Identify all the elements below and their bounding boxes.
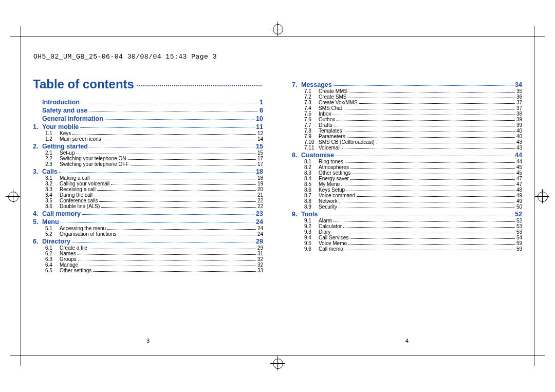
register-mark-bottom [270, 356, 285, 370]
toc-subsection: 9.6 Call memo 59 [292, 246, 522, 252]
toc-subsection: 2.3 Switching your telephone OFF 17 [33, 161, 263, 167]
subsection-page: 54 [516, 235, 522, 240]
subsection-page: 50 [516, 204, 522, 210]
subsection-label: Manage [60, 262, 78, 268]
subsection-number: 8.9 [304, 204, 319, 210]
subsection-page: 32 [257, 262, 263, 268]
crop-tick [10, 356, 21, 356]
subsection-label: Switching your telephone OFF [60, 161, 129, 167]
subsection-number: 7.3 [304, 100, 319, 105]
section-page: 44 [515, 152, 522, 159]
subsection-number: 5.2 [45, 231, 60, 237]
subsection-page: 37 [516, 105, 522, 111]
toc-subsection: 3.4 During the call 21 [33, 192, 263, 198]
section-label: Your mobile [42, 123, 79, 130]
subsection-page: 37 [516, 100, 522, 105]
register-mark-top [270, 22, 285, 36]
section-page: 23 [256, 210, 263, 217]
toc-section: 6. Directory 29 [33, 238, 263, 245]
section-label: Getting started [42, 143, 88, 150]
subsection-label: Security [319, 204, 337, 210]
subsection-number: 6.2 [45, 251, 60, 256]
toc-section: Safety and use 6 [33, 107, 263, 114]
subsection-page: 49 [516, 198, 522, 204]
section-label: Calls [42, 168, 58, 175]
section-page: 18 [256, 168, 263, 175]
toc-section: 9. Tools 52 [292, 211, 522, 218]
toc-subsection: 1.1 Keys 12 [33, 130, 263, 136]
subsection-number: 7.11 [304, 145, 319, 151]
subsection-number: 9.3 [304, 229, 319, 235]
subsection-label: Diary [319, 229, 330, 235]
subsection-page: 43 [516, 139, 522, 145]
subsection-page: 14 [257, 136, 263, 142]
subsection-page: 47 [516, 181, 522, 187]
subsection-page: 43 [516, 145, 522, 151]
subsection-number: 9.5 [304, 240, 319, 246]
subsection-number: 3.5 [45, 198, 60, 203]
register-mark-left [6, 189, 20, 203]
subsection-label: Double line (ALS) [60, 203, 100, 209]
section-number: 9. [292, 211, 301, 218]
toc-subsection: 7.5 Inbox 38 [292, 111, 522, 117]
subsection-label: Set-up [60, 150, 75, 156]
subsection-label: Call memo [319, 246, 343, 252]
subsection-label: Keys [60, 130, 71, 136]
subsection-label: Network [319, 198, 338, 204]
subsection-label: Receiving a call [60, 186, 96, 192]
subsection-number: 2.3 [45, 161, 60, 167]
subsection-label: SMS Chat [319, 105, 342, 111]
print-header: OH5_02_UM_GB_25-06-04 30/08/04 15:43 Pag… [33, 53, 217, 61]
toc-subsection: 5.2 Organisation of functions 24 [33, 231, 263, 237]
right-page: 7. Messages 34 7.1 Create MMS 35 7.2 Cre… [292, 77, 522, 325]
crop-tick [21, 26, 21, 36]
subsection-number: 6.5 [45, 268, 60, 273]
subsection-label: Organisation of functions [60, 231, 117, 237]
subsection-label: Drafts [319, 122, 332, 128]
crop-tick [534, 36, 545, 36]
subsection-number: 7.8 [304, 128, 319, 134]
subsection-label: Templates [319, 128, 342, 134]
section-label: Introduction [42, 99, 80, 106]
toc-subsection: 7.11 Voicemail 43 [292, 145, 522, 151]
subsection-page: 24 [257, 231, 263, 237]
subsection-label: Keys Setup [319, 187, 345, 193]
section-number: 2. [33, 143, 42, 150]
section-label: Tools [301, 211, 318, 218]
subsection-label: Making a call [60, 175, 89, 181]
subsection-number: 8.3 [304, 170, 319, 176]
toc-section: General information 10 [33, 115, 263, 122]
subsection-number: 8.4 [304, 176, 319, 181]
section-label: Safety and use [42, 107, 87, 114]
subsection-number: 3.6 [45, 203, 60, 209]
subsection-page: 49 [516, 193, 522, 198]
section-page: 6 [260, 107, 263, 114]
toc-subsection: 8.4 Energy saver 47 [292, 176, 522, 181]
section-page: 15 [256, 143, 263, 150]
section-label: Customise [301, 152, 334, 159]
subsection-label: Call Services [319, 235, 348, 240]
toc-subsection: 2.2 Switching your telephone ON 17 [33, 156, 263, 161]
subsection-number: 8.5 [304, 181, 319, 187]
toc-subsection: 1.2 Main screen icons 14 [33, 136, 263, 142]
subsection-label: During the call [60, 192, 92, 198]
subsection-number: 5.1 [45, 226, 60, 231]
subsection-page: 39 [516, 122, 522, 128]
subsection-number: 2.2 [45, 156, 60, 161]
subsection-number: 7.10 [304, 139, 319, 145]
toc-subsection: 8.3 Other settings 45 [292, 170, 522, 176]
register-mark-right [535, 189, 549, 203]
subsection-number: 7.1 [304, 88, 319, 94]
section-page: 24 [256, 218, 263, 226]
toc-subsection: 9.1 Alarm 52 [292, 218, 522, 223]
subsection-number: 1.2 [45, 136, 60, 142]
subsection-number: 1.1 [45, 130, 60, 136]
subsection-number: 6.3 [45, 256, 60, 262]
subsection-label: Conference calls [60, 198, 98, 203]
subsection-number: 6.1 [45, 245, 60, 251]
section-number: 7. [292, 81, 301, 88]
subsection-label: Calculator [319, 223, 342, 229]
subsection-page: 52 [516, 218, 522, 223]
subsection-label: Alarm [319, 218, 332, 223]
toc-subsection: 3.2 Calling your voicemail 19 [33, 181, 263, 186]
